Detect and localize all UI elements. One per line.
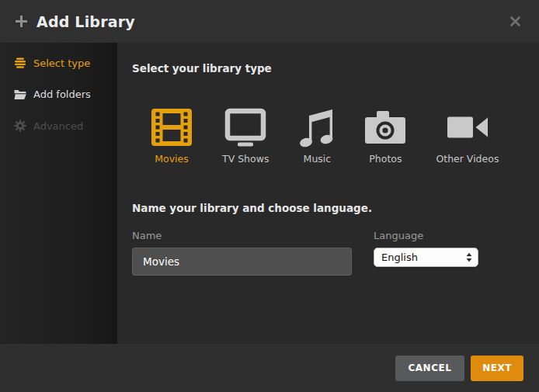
library-type-photos[interactable]: Photos [365,106,405,165]
language-select[interactable]: English [374,248,478,267]
name-section-title: Name your library and choose language. [132,202,523,214]
library-name-input[interactable] [132,248,352,276]
stepper-arrows-icon [464,252,474,263]
add-library-dialog: Add Library Select type [0,0,539,392]
section-title: Select your library type [132,62,523,75]
library-type-movies[interactable]: Movies [151,106,192,165]
cancel-button[interactable]: CANCEL [395,356,465,381]
dialog-header: Add Library [0,0,539,43]
dialog-title: Add Library [37,13,135,30]
dialog-footer: CANCEL NEXT [0,344,539,392]
camera-icon [365,106,405,148]
library-type-music[interactable]: Music [299,106,335,165]
sidebar-item-label: Select type [33,57,90,69]
language-field-label: Language [374,230,478,241]
language-selected-value: English [381,252,418,263]
video-camera-icon [447,106,488,148]
library-type-label: Other Videos [436,153,499,165]
gear-icon [14,120,26,132]
library-type-label: Photos [369,153,402,165]
library-type-label: Music [304,153,332,165]
fields-row: Name Language English [132,230,523,276]
library-type-label: TV Shows [222,153,269,165]
library-type-other-videos[interactable]: Other Videos [436,106,499,165]
sidebar-item-label: Advanced [33,120,83,132]
sidebar: Select type Add folders [0,43,117,344]
name-field-label: Name [132,230,352,241]
close-icon[interactable] [507,13,523,29]
music-note-icon [299,106,335,148]
sidebar-item-label: Add folders [33,88,91,100]
sidebar-item-advanced[interactable]: Advanced [0,112,117,140]
library-type-label: Movies [155,153,189,165]
main-panel: Select your library type [117,43,539,344]
film-icon [151,106,192,148]
plus-icon [16,16,27,27]
sidebar-item-add-folders[interactable]: Add folders [0,81,117,108]
folder-icon [14,89,26,100]
library-type-tv-shows[interactable]: TV Shows [222,106,269,165]
next-button[interactable]: NEXT [471,356,523,381]
sidebar-item-select-type[interactable]: Select type [0,49,117,77]
library-type-row: Movies TV Shows [151,106,523,165]
list-icon [14,57,26,69]
tv-icon [224,106,266,148]
